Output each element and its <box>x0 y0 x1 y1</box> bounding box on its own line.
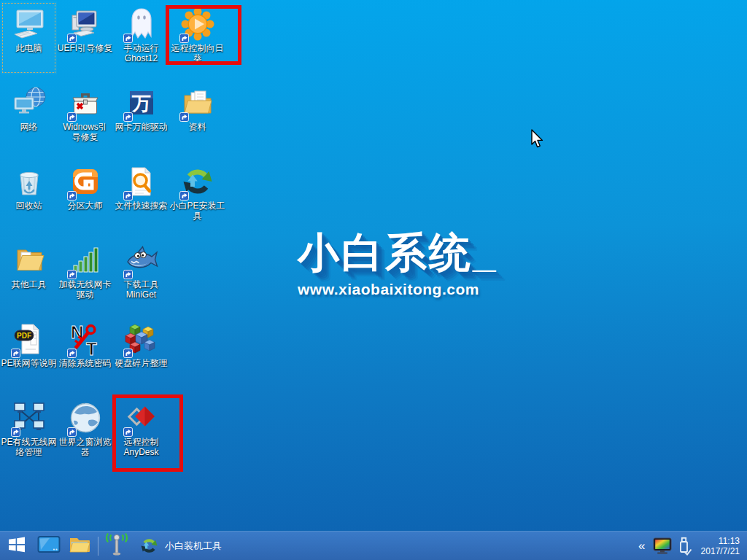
desktop-icon-label: 此电脑 <box>1 43 57 53</box>
desktop-icon-label: 文件快速搜索 <box>113 201 169 211</box>
shortcut-arrow-badge <box>179 34 189 43</box>
shortcut-arrow-badge <box>123 270 133 279</box>
sync-arrows-icon <box>180 164 215 199</box>
desktop-icon-run-ghost12[interactable]: 手动运行 Ghost12 <box>113 1 169 74</box>
shark-icon <box>124 243 159 278</box>
desktop-icon-remote-sunflower[interactable]: 远程控制向日 葵 <box>169 1 225 74</box>
shortcut-arrow-badge <box>123 112 133 122</box>
desktop-icon-windows-boot-repair[interactable]: Widnows引 导修复 <box>57 80 113 153</box>
desktop: 此电脑UEFI引导修复手动运行 Ghost12远程控制向日 葵网络Widnows… <box>0 0 747 560</box>
logo-underscore: _ <box>473 229 498 276</box>
logo-title: 小白系统_ <box>298 232 516 273</box>
desktop-icon-partition-master[interactable]: 分区大师 <box>57 159 113 232</box>
desktop-icon-pe-network-manager[interactable]: PE有线无线网 络管理 <box>1 395 57 468</box>
taskbar-app-label: 小白装机工具 <box>165 540 222 553</box>
system-logo: 小白系统_ www.xiaobaixitong.com <box>298 232 516 298</box>
desktop-icon-network[interactable]: 网络 <box>1 80 57 153</box>
desktop-icon-label: PE联网等说明 <box>1 358 57 368</box>
start-button[interactable] <box>0 532 34 560</box>
desktop-icon-pe-network-guide[interactable]: PDFPE联网等说明 <box>1 316 57 389</box>
taskbar: 小白装机工具 « <box>0 531 747 560</box>
desktop-icon-label: 其他工具 <box>1 279 57 289</box>
desktop-icon-disk-defrag[interactable]: 硬盘碎片整理 <box>113 316 169 389</box>
desktop-icon-label: 远程控制 AnyDesk <box>113 437 169 457</box>
display-settings-tray-icon[interactable] <box>651 532 673 560</box>
diskgenius-icon <box>68 164 103 199</box>
wan-driver-icon: 万 <box>124 85 159 120</box>
tray-time: 11:13 <box>701 536 740 546</box>
desktop-icon-other-tools[interactable]: 其他工具 <box>1 238 57 311</box>
tray-clock[interactable]: 11:13 2017/7/21 <box>695 536 747 556</box>
show-desktop-button[interactable] <box>34 532 64 560</box>
shortcut-arrow-badge <box>67 349 77 358</box>
desktop-icon-label: 硬盘碎片整理 <box>113 358 169 368</box>
logo-url: www.xiaobaixitong.com <box>298 281 516 298</box>
desktop-icon-this-pc[interactable]: 此电脑 <box>1 1 57 74</box>
svg-text:万: 万 <box>131 93 151 114</box>
lan-nodes-icon <box>12 400 47 435</box>
desktop-icon-label: 清除系统密码 <box>57 358 113 368</box>
shortcut-arrow-badge <box>11 427 20 437</box>
shortcut-arrow-badge <box>123 427 133 437</box>
taskbar-separator <box>98 537 98 556</box>
desktop-icon-label: 回收站 <box>1 201 57 211</box>
tray-date: 2017/7/21 <box>701 546 740 556</box>
shortcut-arrow-badge <box>179 191 189 201</box>
tray-collapse-chevron-icon[interactable]: « <box>632 532 651 560</box>
desktop-icon-label: 下载工具 MiniGet <box>113 279 169 300</box>
desktop-icon-label: UEFI引导修复 <box>57 43 113 53</box>
anydesk-icon <box>124 400 159 435</box>
sync-arrows-icon <box>139 536 159 556</box>
defrag-cubes-icon <box>124 322 159 357</box>
svg-text:PDF: PDF <box>17 332 31 340</box>
desktop-icon-remote-anydesk[interactable]: 远程控制 AnyDesk <box>113 395 169 468</box>
ghost-icon <box>124 7 159 42</box>
toolbox-icon <box>68 85 103 120</box>
recycle-bin-icon <box>12 164 47 199</box>
desktop-icon-label: 手动运行 Ghost12 <box>113 43 169 63</box>
xiaobai-tool-taskbar-button[interactable]: 小白装机工具 <box>132 532 229 560</box>
folder-icon <box>69 535 90 557</box>
file-explorer-button[interactable] <box>64 532 95 560</box>
browser-globe-icon <box>68 400 103 435</box>
system-tray: « <box>632 532 747 560</box>
wireless-antenna-button[interactable] <box>101 532 132 560</box>
shortcut-arrow-badge <box>123 191 133 201</box>
desktop-icon-label: 网络 <box>1 122 57 132</box>
windows-logo-icon <box>7 534 27 558</box>
antenna-icon <box>104 532 130 560</box>
shortcut-arrow-badge <box>123 349 133 358</box>
computer-icon <box>12 7 47 42</box>
shortcut-arrow-badge <box>11 349 20 358</box>
shortcut-arrow-badge <box>179 112 189 122</box>
desktop-icon-label: 分区大师 <box>57 201 113 211</box>
desktop-icon-clear-system-password[interactable]: NT清除系统密码 <box>57 316 113 389</box>
shortcut-arrow-badge <box>67 112 77 122</box>
desktop-icon-label: PE有线无线网 络管理 <box>1 437 57 457</box>
usb-device-tray-icon[interactable] <box>673 532 695 560</box>
shortcut-arrow-badge <box>67 34 77 43</box>
desktop-monitor-icon <box>37 535 61 557</box>
network-globe-icon <box>12 85 47 120</box>
desktop-icon-label: Widnows引 导修复 <box>57 122 113 142</box>
shortcut-arrow-badge <box>123 34 133 43</box>
desktop-icon-label: 小白PE安装工 具 <box>169 201 225 221</box>
desktop-icon-label: 世界之窗浏览 器 <box>57 437 113 457</box>
desktop-icon-miniget-downloader[interactable]: 下载工具 MiniGet <box>113 238 169 311</box>
shortcut-arrow-badge <box>67 270 77 279</box>
desktop-icon-world-window-browser[interactable]: 世界之窗浏览 器 <box>57 395 113 468</box>
desktop-icon-wireless-nic-driver[interactable]: 加载无线网卡 驱动 <box>57 238 113 311</box>
desktop-icon-label: 远程控制向日 葵 <box>169 43 225 63</box>
desktop-icon-grid: 此电脑UEFI引导修复手动运行 Ghost12远程控制向日 葵网络Widnows… <box>0 0 248 510</box>
desktop-icon-xiaobai-pe-installer[interactable]: 小白PE安装工 具 <box>169 159 225 232</box>
pdf-doc-icon: PDF <box>12 322 47 357</box>
shortcut-arrow-badge <box>67 427 77 437</box>
desktop-icon-materials[interactable]: 资料 <box>169 80 225 153</box>
signal-bars-icon <box>68 243 103 278</box>
file-search-icon <box>124 164 159 199</box>
desktop-icon-file-quick-search[interactable]: 文件快速搜索 <box>113 159 169 232</box>
desktop-icon-recycle-bin[interactable]: 回收站 <box>1 159 57 232</box>
desktop-icon-nic-universal-driver[interactable]: 万网卡万能驱动 <box>113 80 169 153</box>
desktop-icon-uefi-boot-repair[interactable]: UEFI引导修复 <box>57 1 113 74</box>
sunflower-icon <box>180 7 215 42</box>
